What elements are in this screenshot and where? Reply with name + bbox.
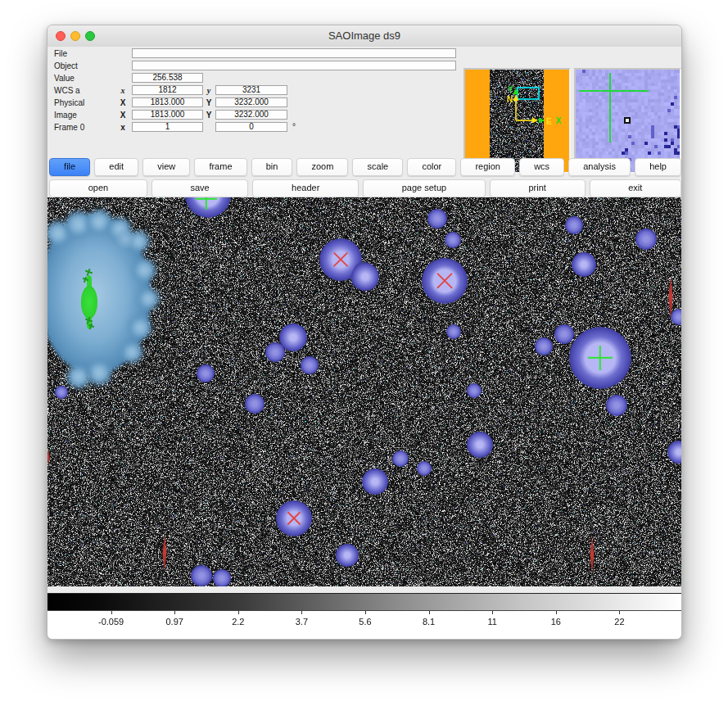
magnifier-cursor-square xyxy=(624,117,631,124)
colorbar-labels: -0.0590.972.23.75.68.1111622 xyxy=(47,615,682,628)
menu-button-file[interactable]: file xyxy=(49,158,90,176)
galaxy-lobe xyxy=(87,360,111,385)
star-blob xyxy=(245,394,265,414)
frame-zoom-field[interactable]: 1 xyxy=(132,122,203,132)
colorbar-tick-label: 16 xyxy=(551,617,561,627)
star-blob xyxy=(301,356,319,374)
value-field[interactable]: 256.538 xyxy=(132,73,203,83)
info-row-physical: Physical X 1813.000 Y 3232.000 xyxy=(47,97,461,108)
physical-x-field[interactable]: 1813.000 xyxy=(132,97,203,107)
menu-button-view[interactable]: view xyxy=(142,158,190,176)
menu-button-wcs[interactable]: wcs xyxy=(519,158,564,176)
menu-button-bin[interactable]: bin xyxy=(251,158,293,176)
menu-button-region[interactable]: region xyxy=(460,158,515,176)
object-label: Object xyxy=(54,61,78,70)
colorbar-tick xyxy=(111,611,112,614)
green-crosshair-marker[interactable] xyxy=(588,346,613,370)
menu-button-edit[interactable]: edit xyxy=(94,158,138,176)
colorbar-tick-label: 11 xyxy=(487,617,496,627)
titlebar: SAOImage ds9 xyxy=(47,25,681,48)
image-x-field[interactable]: 1813.000 xyxy=(132,110,203,120)
panner-viewport-rect[interactable] xyxy=(518,88,539,99)
star-blob xyxy=(467,432,493,458)
info-row-frame: Frame 0 x 1 0 ° xyxy=(47,122,461,133)
menu-button-frame[interactable]: frame xyxy=(194,158,246,176)
main-image xyxy=(47,197,682,586)
desktop: { "window": { "title": "SAOImage ds9" },… xyxy=(0,0,728,706)
info-row-value: Value 256.538 xyxy=(47,73,461,84)
star-blob xyxy=(191,565,212,586)
compass-n-label: N xyxy=(507,95,513,104)
physical-x-key: X xyxy=(118,98,128,107)
colorbar-tick xyxy=(429,611,430,614)
star-blob xyxy=(554,324,574,344)
red-x-marker[interactable] xyxy=(331,250,350,269)
star-blob xyxy=(467,383,482,398)
object-field[interactable] xyxy=(132,61,456,70)
degree-symbol: ° xyxy=(292,122,296,131)
compass-y-label: Y xyxy=(508,85,513,94)
galaxy-core-star-marker xyxy=(85,269,93,276)
menu-button-zoom[interactable]: zoom xyxy=(296,158,348,176)
colorbar-tick xyxy=(619,611,620,614)
colorbar-tick xyxy=(365,611,366,614)
galaxy-lobe xyxy=(67,365,90,388)
colorbar[interactable] xyxy=(47,593,682,611)
wcs-x-field[interactable]: 1812 xyxy=(132,85,203,95)
info-row-image: Image X 1813.000 Y 3232.000 xyxy=(47,110,461,120)
colorbar-tick-label: 3.7 xyxy=(296,617,308,627)
image-x-key: X xyxy=(118,111,128,120)
galaxy-core-star-marker xyxy=(83,277,88,283)
value-label: Value xyxy=(54,74,75,83)
star-blob xyxy=(427,209,447,229)
wcs-y-field[interactable]: 3231 xyxy=(215,85,287,95)
menu-button-help[interactable]: help xyxy=(635,158,681,176)
star-blob xyxy=(446,324,461,339)
file-field[interactable] xyxy=(132,48,456,58)
image-y-field[interactable]: 3232.000 xyxy=(215,110,287,120)
menu-button-header[interactable]: header xyxy=(252,179,359,197)
star-blob xyxy=(606,395,627,416)
star-blob xyxy=(55,386,68,399)
menu-button-page-setup[interactable]: page setup xyxy=(363,179,486,197)
star-blob xyxy=(265,342,285,362)
star-blob xyxy=(362,468,388,495)
physical-y-field[interactable]: 3232.000 xyxy=(215,97,287,107)
image-y-key: Y xyxy=(204,111,214,120)
star-blob xyxy=(565,216,583,234)
galaxy-core-bulge xyxy=(81,286,97,319)
star-blob xyxy=(671,309,682,325)
galaxy-lobe xyxy=(138,288,159,310)
menu-button-analysis[interactable]: analysis xyxy=(568,158,631,176)
menu-row-2: open save header page setup print exit xyxy=(49,178,681,197)
wcs-x-key: x xyxy=(118,86,128,95)
menu-button-exit[interactable]: exit xyxy=(590,179,681,197)
galaxy-lobe xyxy=(133,259,156,282)
star-blob xyxy=(392,450,409,467)
star-blob xyxy=(197,364,215,382)
compass-e-label: E xyxy=(546,117,552,126)
image-label: Image xyxy=(54,111,77,120)
menu-button-scale[interactable]: scale xyxy=(352,158,403,176)
star-blob xyxy=(535,337,553,355)
menu-button-open[interactable]: open xyxy=(49,179,147,197)
colorbar-gap xyxy=(47,586,682,593)
star-blob xyxy=(213,569,231,586)
star-blob xyxy=(417,461,432,476)
star-blob xyxy=(336,544,359,567)
star-blob xyxy=(572,252,596,277)
galaxy-lobe xyxy=(129,316,151,339)
menu-button-print[interactable]: print xyxy=(490,179,586,197)
red-x-marker[interactable] xyxy=(285,509,303,527)
menu-button-color[interactable]: color xyxy=(407,158,456,176)
green-crosshair-marker[interactable] xyxy=(196,197,217,210)
colorbar-tick-label: 5.6 xyxy=(359,617,371,627)
colorbar-tick xyxy=(174,611,175,614)
red-x-marker[interactable] xyxy=(434,270,455,292)
frame-rotate-field[interactable]: 0 xyxy=(215,122,287,132)
menu-button-save[interactable]: save xyxy=(151,179,249,197)
file-label: File xyxy=(54,49,67,58)
info-panel: File Object Value 256.538 WCS a x 1812 y… xyxy=(47,47,681,156)
colorbar-section: -0.0590.972.23.75.68.1111622 xyxy=(47,586,682,640)
colorbar-tick xyxy=(556,611,557,614)
